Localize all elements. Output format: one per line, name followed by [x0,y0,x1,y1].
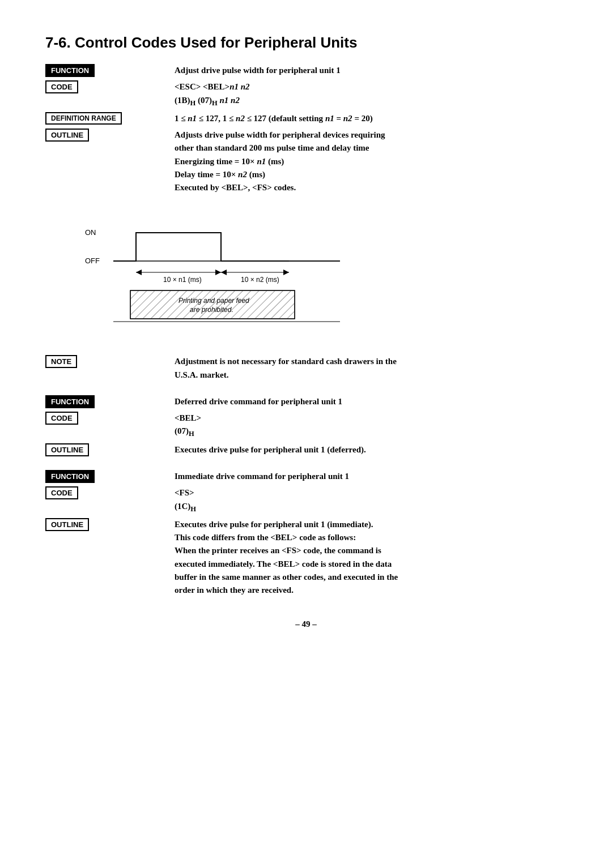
function-label-2: FUNCTION [45,395,164,408]
outline-content-3: Executes drive pulse for peripheral unit… [175,518,567,597]
function-badge-1: FUNCTION [45,64,95,77]
outline-label-1: OUTLINE [45,129,164,142]
outline-label-2: OUTLINE [45,443,164,456]
code-label-3: CODE [45,486,164,499]
outline-content-2: Executes drive pulse for peripheral unit… [175,443,567,456]
note-label: NOTE [45,355,164,368]
function-content-3: Immediate drive command for peripheral u… [175,470,567,483]
function-label-3: FUNCTION [45,470,164,483]
svg-text:10 × n2 (ms): 10 × n2 (ms) [241,276,279,284]
note-row: NOTE Adjustment is not necessary for sta… [45,355,567,382]
outline-badge-1: OUTLINE [45,129,89,142]
svg-marker-6 [215,270,221,275]
code-content-1: <ESC> <BEL>n1 n2 (1B)H (07)H n1 n2 [175,80,567,109]
outline-label-3: OUTLINE [45,518,164,531]
outline-row-2: OUTLINE Executes drive pulse for periphe… [45,443,567,456]
function-row-3: FUNCTION Immediate drive command for per… [45,470,567,483]
definition-range-badge: DEFINITION RANGE [45,112,122,125]
svg-marker-9 [221,270,227,275]
code-badge-2: CODE [45,412,78,425]
code-label-2: CODE [45,412,164,425]
code-row-2: CODE <BEL> (07)H [45,412,567,440]
code-content-3: <FS> (1C)H [175,486,567,515]
outline-badge-3: OUTLINE [45,518,89,531]
outline-badge-2: OUTLINE [45,443,89,456]
svg-marker-10 [283,270,289,275]
code-label-1: CODE [45,80,164,93]
definition-range-row: DEFINITION RANGE 1 ≤ n1 ≤ 127, 1 ≤ n2 ≤ … [45,112,567,125]
code-content-2: <BEL> (07)H [175,412,567,440]
function-row-1: FUNCTION Adjust drive pulse width for pe… [45,64,567,77]
code-badge-3: CODE [45,486,78,499]
page-footer: – 49 – [45,619,567,629]
function-row-2: FUNCTION Deferred drive command for peri… [45,395,567,408]
function-badge-2: FUNCTION [45,395,95,408]
outline-row-3: OUTLINE Executes drive pulse for periphe… [45,518,567,597]
svg-text:ON: ON [85,228,96,237]
function-label-1: FUNCTION [45,64,164,77]
definition-range-content: 1 ≤ n1 ≤ 127, 1 ≤ n2 ≤ 127 (default sett… [175,112,567,125]
svg-text:are prohibited.: are prohibited. [190,306,233,314]
svg-rect-14 [130,290,295,319]
svg-marker-5 [136,270,142,275]
timing-diagram-svg: ON OFF 10 × n1 (ms) 10 × n2 (ms) [79,206,363,341]
svg-text:10 × n1 (ms): 10 × n1 (ms) [163,276,202,284]
function-content-1: Adjust drive pulse width for peripheral … [175,64,567,77]
outline-content-1: Adjusts drive pulse width for peripheral… [175,129,567,194]
code-row-1: CODE <ESC> <BEL>n1 n2 (1B)H (07)H n1 n2 [45,80,567,109]
code-row-3: CODE <FS> (1C)H [45,486,567,515]
code-badge-1: CODE [45,80,78,93]
outline-row-1: OUTLINE Adjusts drive pulse width for pe… [45,129,567,194]
timing-diagram: ON OFF 10 × n1 (ms) 10 × n2 (ms) [79,206,363,344]
definition-range-label: DEFINITION RANGE [45,112,164,125]
svg-text:Printing and paper feed: Printing and paper feed [178,297,249,305]
note-badge: NOTE [45,355,77,368]
page-title: 7-6. Control Codes Used for Peripheral U… [45,34,567,52]
function-content-2: Deferred drive command for peripheral un… [175,395,567,408]
svg-text:OFF: OFF [85,256,100,265]
function-badge-3: FUNCTION [45,470,95,483]
note-content: Adjustment is not necessary for standard… [175,355,567,382]
